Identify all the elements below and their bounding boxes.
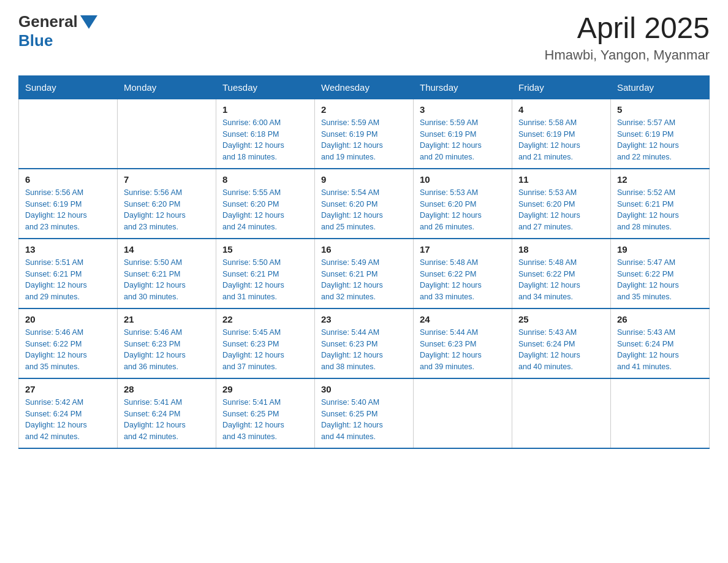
day-number: 11 — [518, 174, 604, 185]
day-number: 15 — [222, 244, 308, 255]
svg-marker-0 — [80, 15, 97, 29]
calendar-cell: 23Sunrise: 5:44 AMSunset: 6:23 PMDayligh… — [315, 308, 414, 378]
day-number: 20 — [25, 314, 111, 324]
day-number: 9 — [321, 174, 407, 185]
day-info: Sunrise: 5:41 AMSunset: 6:24 PMDaylight:… — [124, 397, 210, 443]
calendar-week-row: 20Sunrise: 5:46 AMSunset: 6:22 PMDayligh… — [19, 308, 710, 378]
calendar-cell: 30Sunrise: 5:40 AMSunset: 6:25 PMDayligh… — [315, 378, 414, 448]
calendar-cell — [19, 99, 118, 169]
day-info: Sunrise: 5:56 AMSunset: 6:19 PMDaylight:… — [25, 187, 111, 233]
calendar-cell: 15Sunrise: 5:50 AMSunset: 6:21 PMDayligh… — [216, 239, 315, 308]
calendar-cell: 10Sunrise: 5:53 AMSunset: 6:20 PMDayligh… — [414, 169, 512, 239]
day-number: 25 — [518, 314, 604, 324]
day-info: Sunrise: 5:58 AMSunset: 6:19 PMDaylight:… — [518, 117, 604, 163]
calendar-cell: 7Sunrise: 5:56 AMSunset: 6:20 PMDaylight… — [118, 169, 216, 239]
calendar-cell: 26Sunrise: 5:43 AMSunset: 6:24 PMDayligh… — [611, 308, 710, 378]
title-block: April 2025 Hmawbi, Yangon, Myanmar — [545, 12, 710, 63]
calendar-header-row: SundayMondayTuesdayWednesdayThursdayFrid… — [19, 75, 710, 99]
calendar-cell: 4Sunrise: 5:58 AMSunset: 6:19 PMDaylight… — [512, 99, 611, 169]
day-info: Sunrise: 5:54 AMSunset: 6:20 PMDaylight:… — [321, 187, 407, 233]
day-info: Sunrise: 5:42 AMSunset: 6:24 PMDaylight:… — [25, 397, 111, 443]
day-info: Sunrise: 5:59 AMSunset: 6:19 PMDaylight:… — [321, 117, 407, 163]
day-info: Sunrise: 5:51 AMSunset: 6:21 PMDaylight:… — [25, 257, 111, 303]
calendar-cell: 3Sunrise: 5:59 AMSunset: 6:19 PMDaylight… — [414, 99, 512, 169]
day-info: Sunrise: 5:41 AMSunset: 6:25 PMDaylight:… — [222, 397, 308, 443]
calendar-week-row: 27Sunrise: 5:42 AMSunset: 6:24 PMDayligh… — [19, 378, 710, 448]
calendar-cell: 19Sunrise: 5:47 AMSunset: 6:22 PMDayligh… — [611, 239, 710, 308]
calendar-day-header: Tuesday — [216, 75, 315, 99]
calendar-cell: 29Sunrise: 5:41 AMSunset: 6:25 PMDayligh… — [216, 378, 315, 448]
day-number: 27 — [25, 384, 111, 394]
calendar-cell: 14Sunrise: 5:50 AMSunset: 6:21 PMDayligh… — [118, 239, 216, 308]
calendar-cell: 25Sunrise: 5:43 AMSunset: 6:24 PMDayligh… — [512, 308, 611, 378]
day-info: Sunrise: 5:44 AMSunset: 6:23 PMDaylight:… — [321, 327, 407, 373]
logo: General Blue — [18, 12, 97, 50]
calendar-cell: 22Sunrise: 5:45 AMSunset: 6:23 PMDayligh… — [216, 308, 315, 378]
calendar-cell: 16Sunrise: 5:49 AMSunset: 6:21 PMDayligh… — [315, 239, 414, 308]
day-info: Sunrise: 5:52 AMSunset: 6:21 PMDaylight:… — [617, 187, 703, 233]
calendar-cell: 2Sunrise: 5:59 AMSunset: 6:19 PMDaylight… — [315, 99, 414, 169]
calendar-cell: 18Sunrise: 5:48 AMSunset: 6:22 PMDayligh… — [512, 239, 611, 308]
day-number: 1 — [222, 104, 308, 115]
day-number: 30 — [321, 384, 407, 394]
day-number: 29 — [222, 384, 308, 394]
calendar-day-header: Saturday — [611, 75, 710, 99]
day-number: 17 — [420, 244, 506, 255]
day-info: Sunrise: 5:55 AMSunset: 6:20 PMDaylight:… — [222, 187, 308, 233]
day-info: Sunrise: 5:48 AMSunset: 6:22 PMDaylight:… — [420, 257, 506, 303]
day-number: 28 — [124, 384, 210, 394]
day-number: 26 — [617, 314, 703, 324]
day-info: Sunrise: 5:46 AMSunset: 6:22 PMDaylight:… — [25, 327, 111, 373]
day-number: 2 — [321, 104, 407, 115]
calendar-cell: 11Sunrise: 5:53 AMSunset: 6:20 PMDayligh… — [512, 169, 611, 239]
calendar-day-header: Monday — [118, 75, 216, 99]
day-info: Sunrise: 5:40 AMSunset: 6:25 PMDaylight:… — [321, 397, 407, 443]
month-title: April 2025 — [545, 12, 710, 45]
calendar-cell — [611, 378, 710, 448]
calendar-cell: 1Sunrise: 6:00 AMSunset: 6:18 PMDaylight… — [216, 99, 315, 169]
day-info: Sunrise: 5:50 AMSunset: 6:21 PMDaylight:… — [222, 257, 308, 303]
day-number: 12 — [617, 174, 703, 185]
calendar-cell: 12Sunrise: 5:52 AMSunset: 6:21 PMDayligh… — [611, 169, 710, 239]
calendar-cell: 9Sunrise: 5:54 AMSunset: 6:20 PMDaylight… — [315, 169, 414, 239]
day-number: 10 — [420, 174, 506, 185]
calendar-day-header: Wednesday — [315, 75, 414, 99]
calendar-week-row: 6Sunrise: 5:56 AMSunset: 6:19 PMDaylight… — [19, 169, 710, 239]
day-info: Sunrise: 5:59 AMSunset: 6:19 PMDaylight:… — [420, 117, 506, 163]
day-number: 18 — [518, 244, 604, 255]
day-info: Sunrise: 5:43 AMSunset: 6:24 PMDaylight:… — [518, 327, 604, 373]
day-info: Sunrise: 5:57 AMSunset: 6:19 PMDaylight:… — [617, 117, 703, 163]
day-number: 5 — [617, 104, 703, 115]
location-subtitle: Hmawbi, Yangon, Myanmar — [545, 47, 710, 63]
day-number: 13 — [25, 244, 111, 255]
calendar-cell: 13Sunrise: 5:51 AMSunset: 6:21 PMDayligh… — [19, 239, 118, 308]
calendar-cell: 5Sunrise: 5:57 AMSunset: 6:19 PMDaylight… — [611, 99, 710, 169]
calendar-cell: 21Sunrise: 5:46 AMSunset: 6:23 PMDayligh… — [118, 308, 216, 378]
day-info: Sunrise: 5:47 AMSunset: 6:22 PMDaylight:… — [617, 257, 703, 303]
day-info: Sunrise: 5:43 AMSunset: 6:24 PMDaylight:… — [617, 327, 703, 373]
day-number: 3 — [420, 104, 506, 115]
calendar-cell: 27Sunrise: 5:42 AMSunset: 6:24 PMDayligh… — [19, 378, 118, 448]
logo-blue-text: Blue — [18, 31, 53, 50]
calendar-cell: 17Sunrise: 5:48 AMSunset: 6:22 PMDayligh… — [414, 239, 512, 308]
day-number: 24 — [420, 314, 506, 324]
day-info: Sunrise: 5:48 AMSunset: 6:22 PMDaylight:… — [518, 257, 604, 303]
calendar-cell — [512, 378, 611, 448]
day-info: Sunrise: 5:46 AMSunset: 6:23 PMDaylight:… — [124, 327, 210, 373]
day-number: 4 — [518, 104, 604, 115]
day-number: 21 — [124, 314, 210, 324]
calendar-cell: 8Sunrise: 5:55 AMSunset: 6:20 PMDaylight… — [216, 169, 315, 239]
day-info: Sunrise: 5:50 AMSunset: 6:21 PMDaylight:… — [124, 257, 210, 303]
page-header: General Blue April 2025 Hmawbi, Yangon, … — [18, 12, 710, 63]
day-number: 22 — [222, 314, 308, 324]
day-number: 6 — [25, 174, 111, 185]
calendar-cell: 6Sunrise: 5:56 AMSunset: 6:19 PMDaylight… — [19, 169, 118, 239]
calendar-day-header: Thursday — [414, 75, 512, 99]
calendar-cell — [414, 378, 512, 448]
calendar-day-header: Sunday — [19, 75, 118, 99]
day-number: 19 — [617, 244, 703, 255]
logo-triangle-icon — [80, 15, 97, 29]
calendar-cell: 24Sunrise: 5:44 AMSunset: 6:23 PMDayligh… — [414, 308, 512, 378]
calendar-week-row: 13Sunrise: 5:51 AMSunset: 6:21 PMDayligh… — [19, 239, 710, 308]
day-info: Sunrise: 5:45 AMSunset: 6:23 PMDaylight:… — [222, 327, 308, 373]
